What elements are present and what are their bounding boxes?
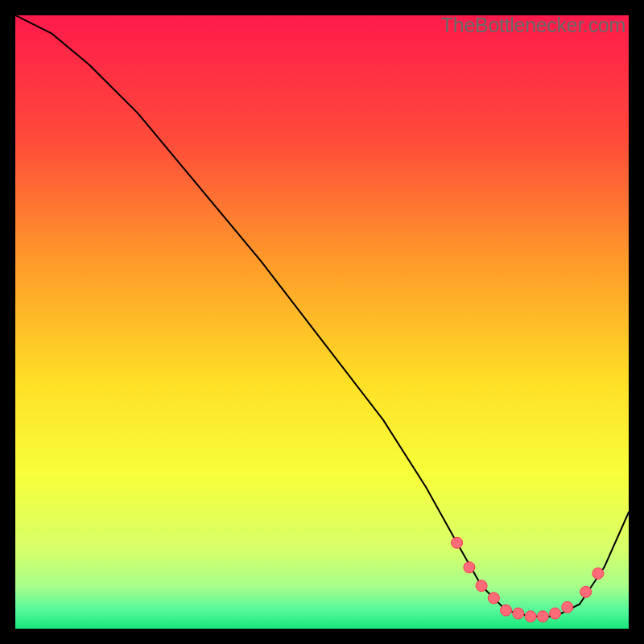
chart-frame: TheBottlenecker.com — [15, 15, 629, 629]
marker-dot — [476, 580, 487, 592]
watermark-text: TheBottlenecker.com — [441, 14, 625, 37]
marker-dot — [592, 568, 604, 579]
marker-dot — [513, 608, 524, 619]
marker-dot — [452, 537, 463, 548]
marker-dot — [501, 605, 512, 616]
marker-dot — [550, 608, 561, 619]
marker-dot — [488, 592, 499, 604]
marker-dot — [464, 562, 475, 573]
marker-dot — [537, 611, 548, 622]
chart-plot — [15, 15, 629, 629]
gradient-background — [15, 15, 629, 629]
marker-dot — [525, 611, 536, 622]
marker-dot — [580, 586, 592, 597]
marker-dot — [562, 601, 573, 613]
